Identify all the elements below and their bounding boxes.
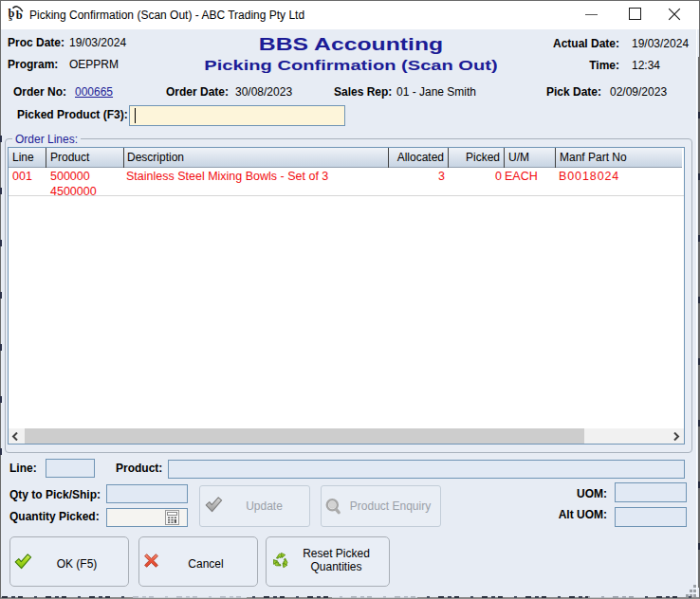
svg-text:s: s [9,13,12,23]
svg-text:b: b [16,9,23,22]
